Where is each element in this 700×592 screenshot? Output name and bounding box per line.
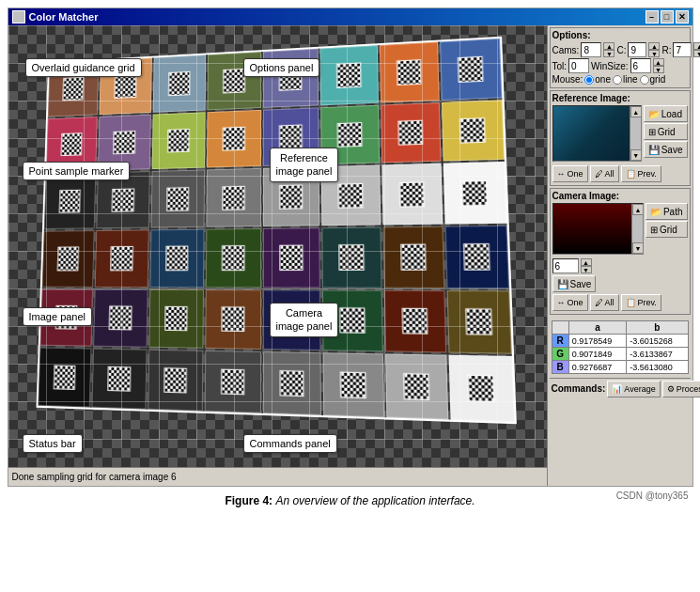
cam-one-button[interactable]: ↔ One [552, 294, 588, 311]
save-icon: 💾 [648, 145, 660, 155]
ref-prev-button[interactable]: 📋 Prev. [621, 165, 661, 182]
ref-image-container: ▲ ▼ 📂 Load ⊞ Gri [552, 105, 688, 164]
color-patch [205, 228, 260, 288]
color-patch [262, 227, 319, 288]
r-input[interactable] [673, 42, 692, 57]
cam-scroll-track [632, 215, 643, 242]
cam-grid-down[interactable]: ▼ [581, 266, 592, 273]
mouse-line-radio[interactable] [613, 75, 622, 85]
r-a-cell: 0.9178549 [568, 335, 626, 348]
credit-text: CSDN @tony365 [616, 491, 689, 501]
mouse-row: Mouse: one line grid [552, 74, 688, 85]
ref-save-button[interactable]: 💾 Save [644, 141, 688, 158]
annotation-reference-image: Referenceimage panel [270, 148, 339, 182]
cam-path-button[interactable]: 📂 Path [646, 203, 688, 220]
r-spin[interactable]: ▲ ▼ [693, 42, 700, 57]
annotation-guidance-grid: Overlaid guidance grid [25, 58, 142, 77]
ref-all-button[interactable]: 🖊 All [590, 165, 619, 182]
colorchecker-bg [8, 25, 547, 467]
cam-scroll-down[interactable]: ▼ [632, 242, 644, 254]
cam-scroll-up[interactable]: ▲ [632, 204, 644, 215]
colorchecker-overlay [36, 37, 516, 425]
maximize-button[interactable]: □ [661, 10, 674, 23]
annotation-options-panel: Options panel [243, 58, 320, 77]
color-patch [441, 100, 504, 162]
cam-prev-button[interactable]: 📋 Prev. [621, 294, 661, 311]
commands-section: Commands: 📊 Average ⚙ Process 🚪 Exit [550, 378, 691, 399]
c-down[interactable]: ▼ [648, 50, 660, 57]
tol-input[interactable] [568, 58, 589, 73]
figure-num: Figure 4: [225, 494, 272, 507]
cam-grid-button[interactable]: ⊞ Grid [646, 221, 688, 238]
color-patch [206, 168, 261, 227]
cam-all-icon: 🖊 [595, 298, 603, 307]
color-patch [439, 39, 502, 101]
winsize-up[interactable]: ▲ [653, 58, 664, 66]
color-patch [448, 355, 514, 422]
color-patch [93, 288, 148, 348]
mouse-grid-radio[interactable] [640, 75, 649, 85]
tol-row: Tol: WinSize: ▲ ▼ [552, 58, 688, 73]
tol-label: Tol: [552, 61, 568, 71]
mouse-line-label[interactable]: line [613, 74, 638, 85]
color-patch [150, 170, 205, 228]
minimize-button[interactable]: – [646, 10, 659, 23]
color-patch [384, 354, 447, 420]
winsize-spin[interactable]: ▲ ▼ [653, 58, 664, 73]
r-up[interactable]: ▲ [693, 42, 700, 50]
cam-bottom-buttons: ↔ One 🖊 All 📋 Prev. [552, 294, 688, 311]
cams-input[interactable] [581, 42, 601, 57]
winsize-input[interactable] [630, 58, 651, 73]
cam-all-button[interactable]: 🖊 All [590, 294, 619, 311]
color-patch [382, 226, 444, 288]
app-icon [12, 10, 25, 23]
cams-up[interactable]: ▲ [603, 42, 614, 50]
c-input[interactable] [628, 42, 646, 57]
cams-down[interactable]: ▼ [603, 50, 614, 57]
cam-save-button[interactable]: 💾 Save [552, 275, 597, 292]
ref-load-button[interactable]: 📂 Load [644, 105, 688, 122]
figure-container: Color Matcher – □ ✕ [8, 8, 693, 487]
cam-grid-num-input[interactable] [552, 258, 579, 273]
reference-image-label: Reference Image: [552, 93, 688, 103]
cam-grid-spin[interactable]: ▲ ▼ [581, 258, 592, 273]
mouse-one-label[interactable]: one [584, 74, 611, 85]
b-a-cell: 0.9276687 [568, 361, 626, 374]
window-title: Color Matcher [29, 11, 99, 23]
color-patch [43, 173, 96, 229]
close-button[interactable]: ✕ [676, 10, 689, 23]
cams-spin[interactable]: ▲ ▼ [603, 42, 614, 57]
c-spin[interactable]: ▲ ▼ [648, 42, 660, 57]
color-row-g: G 0.9071849 -3.6133867 [552, 348, 688, 361]
color-patch [147, 350, 202, 412]
winsize-down[interactable]: ▼ [653, 66, 664, 73]
annotation-point-sample: Point sample marker [23, 162, 131, 180]
color-patch [41, 230, 94, 287]
commands-label: Commands: [552, 383, 606, 394]
ref-scroll-down[interactable]: ▼ [630, 149, 642, 161]
ref-one-button[interactable]: ↔ One [552, 165, 588, 182]
grid-icon: ⊞ [648, 127, 656, 137]
cam-buttons: 📂 Path ⊞ Grid [646, 203, 688, 257]
average-button[interactable]: 📊 Average [607, 381, 660, 397]
mouse-grid-label[interactable]: grid [640, 74, 666, 85]
annotation-commands-panel: Commands panel [243, 434, 337, 453]
mouse-one-radio[interactable] [584, 75, 594, 85]
color-patch [319, 45, 378, 105]
color-row-r: R 0.9178549 -3.6015268 [552, 335, 688, 348]
app-area: Overlaid guidance grid Options panel Poi… [8, 25, 692, 486]
cam-image-scrollbar: ▲ ▼ [631, 204, 643, 254]
c-label: C: [616, 45, 626, 55]
col-b-header: b [627, 321, 688, 335]
r-b-cell: -3.6015268 [627, 335, 688, 348]
cam-grid-up[interactable]: ▲ [581, 258, 592, 266]
process-button[interactable]: ⚙ Process [662, 381, 700, 397]
ref-bottom-buttons: ↔ One 🖊 All 📋 Prev. [552, 165, 688, 182]
ref-buttons: 📂 Load ⊞ Grid 💾 Save [644, 105, 688, 164]
ref-grid-button[interactable]: ⊞ Grid [644, 123, 688, 140]
color-patch [148, 289, 203, 349]
r-down[interactable]: ▼ [693, 50, 700, 57]
process-icon: ⚙ [667, 384, 675, 394]
ref-scroll-up[interactable]: ▲ [630, 106, 642, 117]
c-up[interactable]: ▲ [648, 42, 660, 50]
